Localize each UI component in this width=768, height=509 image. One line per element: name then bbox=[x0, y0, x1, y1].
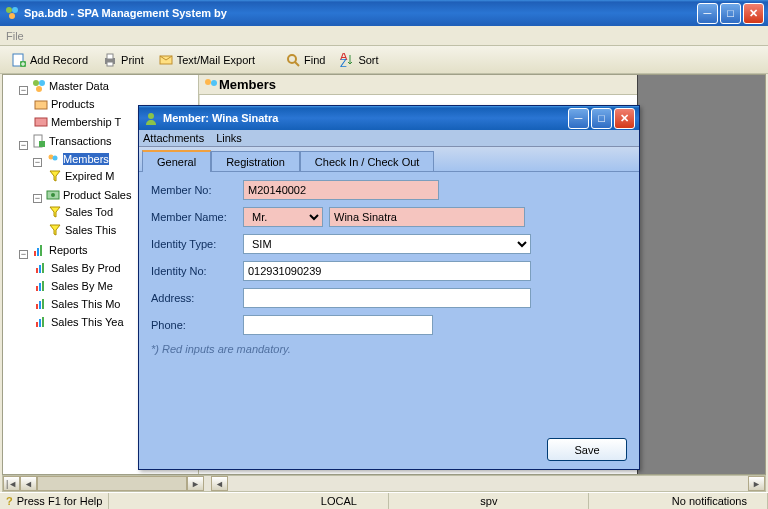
print-button[interactable]: Print bbox=[97, 49, 149, 71]
help-icon: ? bbox=[6, 495, 13, 507]
sort-icon: AZ bbox=[339, 52, 355, 68]
close-button[interactable]: ✕ bbox=[743, 3, 764, 24]
svg-rect-19 bbox=[39, 141, 45, 147]
svg-point-14 bbox=[39, 80, 45, 86]
svg-rect-33 bbox=[36, 304, 38, 309]
folder-icon bbox=[31, 78, 47, 94]
tab-registration[interactable]: Registration bbox=[211, 151, 300, 172]
chart-icon bbox=[33, 260, 49, 276]
find-button[interactable]: Find bbox=[280, 49, 330, 71]
menu-links[interactable]: Links bbox=[216, 132, 242, 144]
window-title: Spa.bdb - SPA Management System by bbox=[24, 7, 697, 19]
filter-icon bbox=[47, 222, 63, 238]
products-icon bbox=[33, 96, 49, 112]
scroll-left2-icon[interactable]: ◄ bbox=[211, 476, 228, 491]
tree-sales-this-mo[interactable]: Sales This Mo bbox=[33, 296, 121, 312]
tree-sales-by-prod[interactable]: Sales By Prod bbox=[33, 260, 121, 276]
user-cell: spv bbox=[389, 493, 589, 509]
sort-button[interactable]: AZ Sort bbox=[334, 49, 383, 71]
svg-rect-29 bbox=[42, 263, 44, 273]
collapse-icon[interactable]: − bbox=[33, 194, 42, 203]
list-title: Members bbox=[219, 77, 649, 92]
list-grey-area bbox=[637, 75, 765, 474]
dialog-maximize-button[interactable]: □ bbox=[591, 108, 612, 129]
svg-point-21 bbox=[53, 156, 58, 161]
save-button[interactable]: Save bbox=[547, 438, 627, 461]
tree-reports[interactable]: Reports bbox=[31, 242, 88, 258]
tree-expired[interactable]: Expired M bbox=[47, 168, 115, 184]
menu-file[interactable]: File bbox=[6, 30, 24, 42]
member-no-input[interactable] bbox=[243, 180, 439, 200]
person-icon bbox=[143, 110, 159, 126]
print-label: Print bbox=[121, 54, 144, 66]
svg-rect-28 bbox=[39, 265, 41, 273]
scroll-right2-icon[interactable]: ► bbox=[748, 476, 765, 491]
horizontal-scrollbar[interactable]: |◄ ◄ ► ◄ ► bbox=[2, 475, 766, 492]
add-record-icon bbox=[11, 52, 27, 68]
svg-rect-27 bbox=[36, 268, 38, 273]
address-input[interactable] bbox=[243, 288, 531, 308]
sort-label: Sort bbox=[358, 54, 378, 66]
scroll-left-icon[interactable]: ◄ bbox=[20, 476, 37, 491]
chart-icon bbox=[33, 314, 49, 330]
card-icon bbox=[33, 114, 49, 130]
salutation-select[interactable]: Mr. bbox=[243, 207, 323, 227]
tree-products[interactable]: Products bbox=[33, 96, 94, 112]
tree-sales-this-yea[interactable]: Sales This Yea bbox=[33, 314, 124, 330]
mode-cell: LOCAL bbox=[289, 493, 389, 509]
chart-icon bbox=[33, 278, 49, 294]
textmail-label: Text/Mail Export bbox=[177, 54, 255, 66]
filter-icon bbox=[47, 204, 63, 220]
phone-input[interactable] bbox=[243, 315, 433, 335]
app-icon bbox=[4, 5, 20, 21]
help-text: Press F1 for Help bbox=[17, 495, 103, 507]
scroll-first-icon[interactable]: |◄ bbox=[3, 476, 20, 491]
filter-icon bbox=[47, 168, 63, 184]
member-name-input[interactable] bbox=[329, 207, 525, 227]
svg-point-15 bbox=[36, 86, 42, 92]
tree-transactions[interactable]: Transactions bbox=[31, 133, 112, 149]
svg-rect-34 bbox=[39, 301, 41, 309]
chart-icon bbox=[33, 296, 49, 312]
menu-attachments[interactable]: Attachments bbox=[143, 132, 204, 144]
textmail-button[interactable]: Text/Mail Export bbox=[153, 49, 260, 71]
add-record-label: Add Record bbox=[30, 54, 88, 66]
people-icon bbox=[45, 151, 61, 167]
svg-rect-26 bbox=[40, 245, 42, 256]
svg-rect-38 bbox=[42, 317, 44, 327]
dialog-menu: Attachments Links bbox=[139, 130, 639, 147]
tab-checkin[interactable]: Check In / Check Out bbox=[300, 151, 435, 172]
add-record-button[interactable]: Add Record bbox=[6, 49, 93, 71]
svg-point-1 bbox=[12, 7, 18, 13]
mandatory-hint: *) Red inputs are mandatory. bbox=[151, 343, 627, 355]
dialog-minimize-button[interactable]: ─ bbox=[568, 108, 589, 129]
collapse-icon[interactable]: − bbox=[33, 158, 42, 167]
tree-product-sales[interactable]: Product Sales bbox=[45, 187, 131, 203]
collapse-icon[interactable]: − bbox=[19, 86, 28, 95]
tab-general[interactable]: General bbox=[142, 150, 211, 172]
dialog-titlebar[interactable]: Member: Wina Sinatra ─ □ ✕ bbox=[139, 106, 639, 130]
identity-no-input[interactable] bbox=[243, 261, 531, 281]
collapse-icon[interactable]: − bbox=[19, 250, 28, 259]
svg-point-40 bbox=[211, 80, 217, 86]
dialog-close-button[interactable]: ✕ bbox=[614, 108, 635, 129]
tree-sales-today[interactable]: Sales Tod bbox=[47, 204, 113, 220]
main-titlebar: Spa.bdb - SPA Management System by ─ □ ✕ bbox=[0, 0, 768, 26]
svg-point-23 bbox=[51, 193, 55, 197]
chart-icon bbox=[31, 242, 47, 258]
tree-sales-this[interactable]: Sales This bbox=[47, 222, 116, 238]
svg-rect-25 bbox=[37, 248, 39, 256]
tree-sales-by-me[interactable]: Sales By Me bbox=[33, 278, 113, 294]
collapse-icon[interactable]: − bbox=[19, 141, 28, 150]
svg-point-2 bbox=[9, 13, 15, 19]
minimize-button[interactable]: ─ bbox=[697, 3, 718, 24]
maximize-button[interactable]: □ bbox=[720, 3, 741, 24]
tab-panel-general: Member No: Member Name: Mr. Identity Typ… bbox=[139, 171, 639, 469]
tree-master-data[interactable]: Master Data bbox=[31, 78, 109, 94]
address-label: Address: bbox=[151, 292, 243, 304]
identity-type-select[interactable]: SIM bbox=[243, 234, 531, 254]
scroll-right-icon[interactable]: ► bbox=[187, 476, 204, 491]
tree-membership[interactable]: Membership T bbox=[33, 114, 121, 130]
svg-rect-16 bbox=[35, 101, 47, 109]
tree-members[interactable]: Members bbox=[45, 151, 109, 167]
